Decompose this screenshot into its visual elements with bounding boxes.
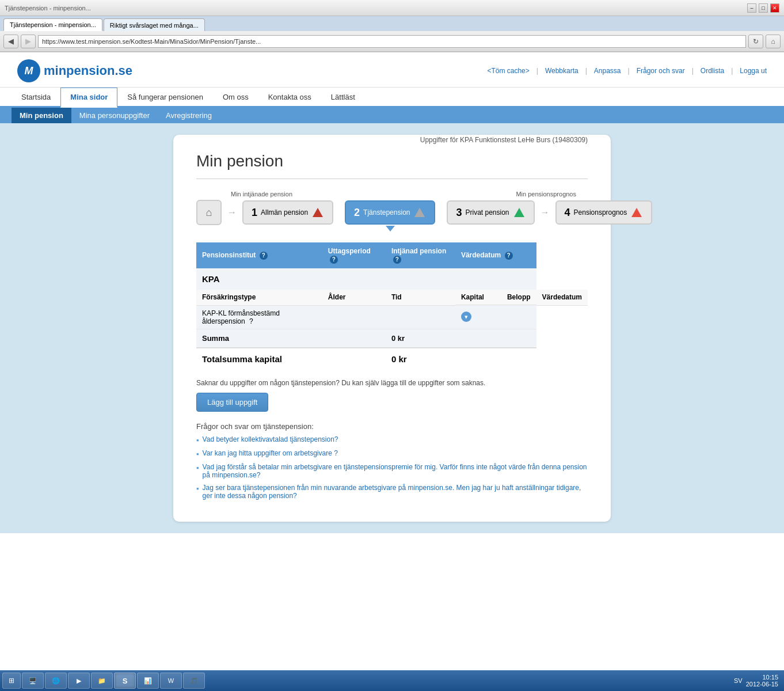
step-home[interactable]: ⌂ (196, 200, 222, 225)
logo-icon: M (17, 59, 40, 82)
anpassa-link[interactable]: Anpassa (594, 67, 621, 75)
step-4[interactable]: 4 Pensionsprognos (555, 200, 653, 225)
folder-icon: 📁 (96, 675, 108, 686)
row-name: KAP-KL förmånsbestämd ålderspension ? (196, 305, 322, 329)
minimize-button[interactable]: – (747, 3, 756, 13)
subheader-row: Försäkringstype Ålder Tid Kapital Belopp… (196, 290, 588, 305)
subheader-alder: Ålder (322, 290, 386, 305)
pension-table: Pensionsinstitut ? Uttagsperiod ? Intjän… (196, 242, 588, 370)
help-icon-vardedatum[interactable]: ? (505, 252, 513, 260)
help-icon-intjanad[interactable]: ? (393, 256, 401, 264)
taskbar-ie[interactable]: 🌐 (45, 673, 67, 689)
close-button[interactable]: ✕ (770, 3, 779, 13)
nav-startsida[interactable]: Startsida (12, 88, 60, 108)
total-value: 0 kr (386, 348, 455, 370)
step-2-number: 2 (354, 207, 360, 219)
faq-link-2[interactable]: Var kan jag hitta uppgifter om arbetsgiv… (203, 449, 338, 457)
help-icon-row[interactable]: ? (249, 317, 253, 325)
provider-name: KPA (196, 268, 536, 290)
nav-mina-sidor[interactable]: Mina sidor (60, 88, 117, 108)
step-4-number: 4 (565, 207, 570, 219)
faq-bullet-3: ▪ (196, 464, 199, 472)
forward-button[interactable]: ▶ (21, 35, 36, 48)
total-row: Totalsumma kapital 0 kr (196, 348, 588, 370)
tab-tjänstepension[interactable]: Tjänstepension - minpension... (3, 18, 102, 31)
site-wrapper: M minpension.se <Töm cache> | Webbkarta … (0, 52, 784, 686)
restore-button[interactable]: □ (759, 3, 768, 13)
skype-icon: S (119, 675, 131, 686)
step-4-label: Pensionsprognos (574, 208, 627, 217)
logo: M minpension.se (17, 59, 132, 82)
word-icon: W (165, 675, 177, 686)
faq-item-1: ▪ Vad betyder kollektivavtalad tjänstepe… (196, 435, 588, 445)
taskbar-explorer[interactable]: 🖥️ (22, 673, 44, 689)
chevron-down-icon[interactable]: ▾ (461, 312, 471, 322)
taskbar-folder[interactable]: 📁 (91, 673, 113, 689)
subheader-tid: Tid (386, 290, 455, 305)
ordlista-link[interactable]: Ordlista (701, 67, 724, 75)
refresh-button[interactable]: ↻ (748, 35, 763, 48)
tab-riktigt[interactable]: Riktigt svårslaget med många... (104, 18, 205, 31)
main-nav: Startsida Mina sidor Så fungerar pension… (0, 88, 784, 108)
taskbar-right: SV 10:15 2012-06-15 (734, 674, 782, 688)
step-3-number: 3 (456, 207, 462, 219)
nav-om-oss[interactable]: Om oss (213, 88, 258, 108)
nav-lattlast[interactable]: Lättläst (321, 88, 365, 108)
excel-icon: 📊 (142, 675, 154, 686)
window-controls[interactable]: – □ ✕ (747, 3, 779, 13)
faq-item-4: ▪ Jag ser bara tjänstepensionen från min… (196, 484, 588, 500)
nav-kontakta[interactable]: Kontakta oss (258, 88, 321, 108)
add-info-button[interactable]: Lägg till uppgift (196, 393, 268, 412)
header-links: <Töm cache> | Webbkarta | Anpassa | Fråg… (487, 67, 767, 75)
section-label-left: Min intjänade pension (231, 191, 292, 198)
faq-item-3: ▪ Vad jag förstår så betalar min arbetsg… (196, 463, 588, 479)
faq-link-1[interactable]: Vad betyder kollektivavtalad tjänstepens… (203, 435, 338, 443)
browser-toolbar: ◀ ▶ ↻ ⌂ (0, 31, 784, 52)
faq-link-3[interactable]: Vad jag förstår så betalar min arbetsgiv… (203, 463, 588, 479)
faq-link[interactable]: Frågor och svar (637, 67, 685, 75)
webbkarta-link[interactable]: Webbkarta (545, 67, 579, 75)
start-button[interactable]: ⊞ (2, 673, 21, 689)
cache-link[interactable]: <Töm cache> (487, 67, 529, 75)
home-nav-button[interactable]: ⌂ (766, 35, 781, 48)
faq-link-4[interactable]: Jag ser bara tjänstepensionen från min n… (203, 484, 588, 500)
step-3-icon (513, 206, 526, 219)
step-1-number: 1 (252, 207, 257, 219)
subheader-kapital-belopp: Kapital Belopp (455, 290, 536, 305)
missing-info-text: Saknar du uppgifter om någon tjänstepens… (196, 379, 588, 387)
nav-fungerar[interactable]: Så fungerar pensionen (117, 88, 213, 108)
taskbar-skype[interactable]: S (114, 673, 136, 689)
taskbar-excel[interactable]: 📊 (137, 673, 159, 689)
address-bar[interactable] (38, 35, 746, 48)
col-period: Uttagsperiod ? (322, 242, 386, 268)
media-icon: ▶ (73, 675, 85, 686)
sub-nav: Min pension Mina personuppgifter Avregis… (0, 108, 784, 123)
help-icon-period[interactable]: ? (330, 256, 338, 264)
sum-row: Summa 0 kr (196, 329, 588, 348)
step-3[interactable]: 3 Privat pension (447, 200, 534, 225)
browser-chrome: Tjänstepension - minpension... – □ ✕ Tjä… (0, 0, 784, 52)
subnav-min-pension[interactable]: Min pension (12, 108, 71, 123)
step-3-label: Privat pension (466, 208, 509, 217)
step-2-label: Tjänstepension (363, 208, 410, 217)
taskbar-word[interactable]: W (160, 673, 182, 689)
col-institute: Pensionsinstitut ? (196, 242, 322, 268)
step-4-icon (630, 206, 643, 219)
col-vardedatum: Värdedatum ? (455, 242, 536, 268)
clock-date: 2012-06-15 (746, 681, 778, 688)
sum-value: 0 kr (386, 329, 455, 348)
back-button[interactable]: ◀ (3, 35, 18, 48)
taskbar-spotify[interactable]: 🎵 (183, 673, 205, 689)
browser-tabs: Tjänstepension - minpension... Riktigt s… (0, 16, 784, 31)
subnav-avregistrering[interactable]: Avregistrering (158, 108, 220, 123)
step-1[interactable]: 1 Allmän pension (242, 200, 333, 225)
ie-icon: 🌐 (50, 675, 62, 686)
subheader-kapital: Kapital (461, 293, 484, 301)
taskbar-media[interactable]: ▶ (68, 673, 90, 689)
subheader-vardedatum: Värdedatum (536, 290, 588, 305)
step-1-label: Allmän pension (261, 208, 308, 217)
help-icon-institute[interactable]: ? (260, 252, 268, 260)
step-2[interactable]: 2 Tjänstepension (345, 200, 435, 225)
logout-link[interactable]: Logga ut (740, 67, 767, 75)
subnav-personuppgifter[interactable]: Mina personuppgifter (71, 108, 158, 123)
